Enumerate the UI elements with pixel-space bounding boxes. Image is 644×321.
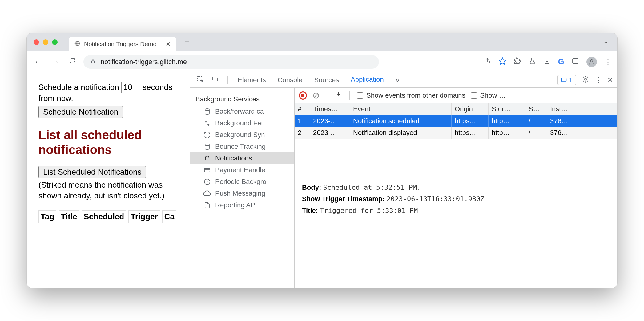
- col-timestamp[interactable]: Times…: [310, 103, 350, 115]
- cell: Notification displayed: [350, 127, 452, 139]
- detail-title: Title: Triggered for 5:33:01 PM: [302, 205, 610, 216]
- table-row[interactable]: 2 2023-… Notification displayed https… h…: [295, 127, 617, 139]
- cell: 2023-…: [310, 127, 350, 139]
- detail-value: Scheduled at 5:32:51 PM.: [323, 184, 421, 191]
- sidebar-label: Background Fet: [215, 119, 263, 127]
- sidebar-item-push-messaging[interactable]: Push Messaging: [190, 188, 294, 199]
- th-title: Title: [59, 210, 79, 223]
- col-instance[interactable]: Inst…: [547, 103, 587, 115]
- checkbox-label: Show events from other domains: [366, 91, 465, 100]
- downloads-icon[interactable]: [543, 57, 551, 67]
- events-table-head: # Times… Event Origin Stor… S… Inst…: [295, 103, 617, 115]
- sidebar-item-reporting-api[interactable]: Reporting API: [190, 199, 294, 211]
- schedule-line: Schedule a notification seconds from now…: [38, 82, 178, 104]
- events-toolbar: ⊘ Show events from other domains Show …: [295, 88, 617, 103]
- lock-icon: [90, 58, 96, 65]
- settings-gear-icon[interactable]: [582, 75, 590, 85]
- forward-button[interactable]: →: [50, 55, 61, 68]
- reload-button[interactable]: [67, 55, 78, 68]
- sidebar-label: Reporting API: [215, 201, 257, 209]
- devtools-close-icon[interactable]: ✕: [607, 76, 613, 84]
- seconds-input[interactable]: [121, 82, 140, 93]
- cell: 376…: [547, 115, 587, 127]
- sidebar-label: Background Syn: [215, 131, 265, 139]
- note-strike: Striked: [41, 180, 66, 189]
- bookmark-star-icon[interactable]: [498, 57, 506, 67]
- browser-tab[interactable]: Notification Triggers Demo ✕: [69, 37, 176, 51]
- events-table: # Times… Event Origin Stor… S… Inst… 1 2…: [295, 103, 617, 176]
- record-button[interactable]: [299, 91, 307, 100]
- window-controls: [34, 39, 58, 45]
- page-heading: List all scheduled notifications: [38, 128, 178, 157]
- tab-elements[interactable]: Elements: [233, 73, 270, 87]
- sidebar-item-back-forward-cache[interactable]: Back/forward ca: [190, 106, 294, 117]
- col-storage[interactable]: Stor…: [489, 103, 525, 115]
- devtools-tabbar: Elements Console Sources Application » 1…: [190, 72, 617, 88]
- sidebar-item-bounce-tracking[interactable]: Bounce Tracking: [190, 141, 294, 152]
- download-icon[interactable]: [335, 91, 342, 100]
- divider: [327, 91, 327, 100]
- sidebar-label: Push Messaging: [215, 189, 265, 197]
- share-icon[interactable]: [484, 57, 491, 67]
- sidebar-item-notifications[interactable]: Notifications: [190, 152, 294, 164]
- svg-point-4: [590, 59, 593, 62]
- devtools-body: Background Services Back/forward ca Back…: [190, 88, 617, 288]
- detail-body: Body: Scheduled at 5:32:51 PM.: [302, 182, 610, 193]
- tab-console[interactable]: Console: [273, 73, 307, 87]
- tabs-dropdown-icon[interactable]: ⌄: [603, 37, 609, 45]
- devtools-sidebar: Background Services Back/forward ca Back…: [190, 88, 295, 288]
- cell: 2023-…: [310, 115, 350, 127]
- show-more-checkbox[interactable]: Show …: [471, 91, 506, 100]
- back-button[interactable]: ←: [32, 55, 44, 68]
- tabs-overflow-icon[interactable]: »: [391, 73, 404, 87]
- side-panel-icon[interactable]: [572, 57, 579, 67]
- table-spacer: [295, 139, 617, 176]
- col-num[interactable]: #: [295, 103, 310, 115]
- new-tab-button[interactable]: ＋: [183, 36, 191, 47]
- svg-rect-6: [213, 77, 217, 80]
- profile-avatar[interactable]: [586, 57, 597, 67]
- divider: [349, 91, 350, 100]
- list-scheduled-button[interactable]: List Scheduled Notifications: [38, 166, 146, 178]
- th-trigger: Trigger: [128, 210, 160, 223]
- show-other-domains-checkbox[interactable]: Show events from other domains: [357, 91, 465, 100]
- detail-value: 2023-06-13T16:33:01.930Z: [387, 195, 485, 203]
- address-bar[interactable]: notification-triggers.glitch.me: [83, 55, 379, 69]
- device-toolbar-icon[interactable]: [210, 74, 222, 86]
- sidebar-item-background-sync[interactable]: Background Syn: [190, 129, 294, 141]
- google-icon[interactable]: G: [558, 57, 564, 67]
- devtools-menu-icon[interactable]: ⋮: [595, 76, 602, 84]
- menu-icon[interactable]: ⋮: [604, 58, 612, 66]
- globe-icon: [74, 40, 80, 48]
- th-tag: Tag: [38, 210, 56, 223]
- sidebar-item-payment-handler[interactable]: Payment Handle: [190, 164, 294, 176]
- clear-icon[interactable]: ⊘: [312, 90, 320, 100]
- col-s[interactable]: S…: [525, 103, 547, 115]
- tab-sources[interactable]: Sources: [310, 73, 343, 87]
- toolbar: ← → notification-triggers.glitch.me G: [27, 51, 617, 72]
- maximize-window-button[interactable]: [52, 39, 58, 45]
- inspect-element-icon[interactable]: [194, 74, 207, 86]
- detail-key: Title:: [302, 207, 318, 214]
- labs-icon[interactable]: [529, 57, 536, 67]
- tab-close-icon[interactable]: ✕: [166, 40, 171, 48]
- detail-key: Body:: [302, 184, 321, 191]
- extensions-icon[interactable]: [514, 57, 521, 67]
- checkbox-input[interactable]: [471, 92, 477, 99]
- minimize-window-button[interactable]: [43, 39, 48, 45]
- table-row[interactable]: 1 2023-… Notification scheduled https… h…: [295, 115, 617, 127]
- checkbox-input[interactable]: [357, 92, 363, 99]
- sidebar-item-background-fetch[interactable]: Background Fet: [190, 117, 294, 129]
- col-origin[interactable]: Origin: [452, 103, 489, 115]
- tab-application[interactable]: Application: [346, 72, 388, 87]
- schedule-notification-button[interactable]: Schedule Notification: [38, 106, 123, 118]
- close-window-button[interactable]: [34, 39, 39, 45]
- browser-window: Notification Triggers Demo ✕ ＋ ⌄ ← → not…: [26, 33, 618, 288]
- cell: Notification scheduled: [350, 115, 452, 127]
- svg-point-11: [205, 144, 209, 146]
- sidebar-heading: Background Services: [190, 93, 294, 106]
- svg-rect-1: [92, 61, 95, 63]
- col-event[interactable]: Event: [350, 103, 452, 115]
- sidebar-item-periodic-background[interactable]: Periodic Backgro: [190, 176, 294, 188]
- issues-badge[interactable]: 1: [557, 75, 576, 85]
